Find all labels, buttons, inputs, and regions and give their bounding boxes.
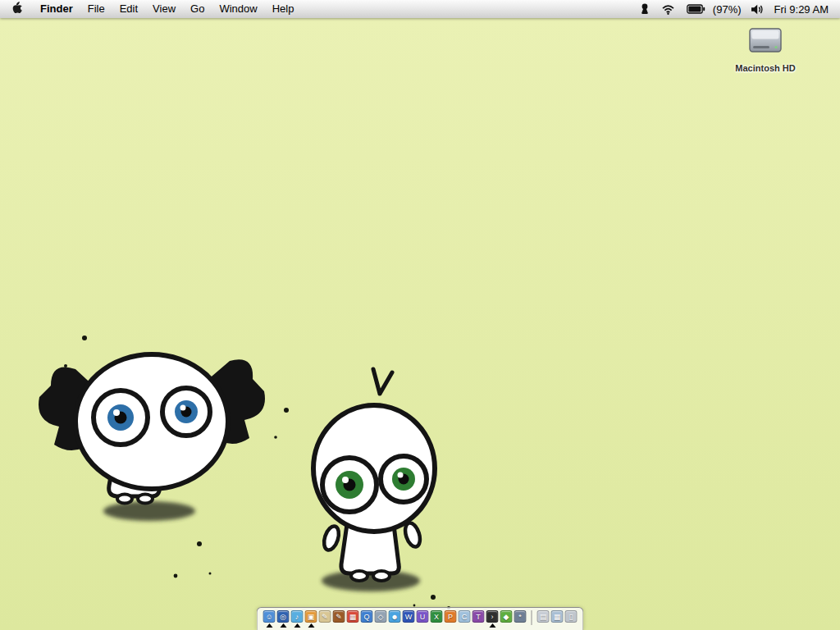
powerpoint-icon: P bbox=[445, 610, 457, 623]
boy-character bbox=[313, 369, 435, 591]
word-icon: W bbox=[403, 610, 415, 623]
picture-file-icon: ▦ bbox=[551, 610, 564, 623]
dock-item-tools[interactable]: T bbox=[472, 610, 485, 628]
dock-apps-section: ☺◎♪▣✎✎▦Q◇☻WUXPCT›◆* bbox=[262, 610, 527, 628]
wallpaper-characters bbox=[0, 18, 840, 630]
girl-character bbox=[39, 354, 265, 521]
excel-icon: X bbox=[431, 610, 443, 623]
dock-item-music[interactable]: ♪ bbox=[291, 610, 304, 628]
dock-item-quicktime[interactable]: Q bbox=[361, 610, 373, 628]
menu-window[interactable]: Window bbox=[212, 0, 264, 18]
document-file-icon: ▤ bbox=[537, 610, 550, 623]
dock: ☺◎♪▣✎✎▦Q◇☻WUXPCT›◆* ▤▦▯ bbox=[257, 607, 584, 630]
menu-help[interactable]: Help bbox=[265, 0, 302, 18]
macintosh-hd-icon[interactable]: Macintosh HD bbox=[720, 25, 810, 73]
photos-icon: ▣ bbox=[305, 610, 317, 623]
dock-item-chat[interactable]: ☻ bbox=[389, 610, 401, 628]
dock-item-picture-file[interactable]: ▦ bbox=[551, 610, 564, 628]
contacts-icon: C bbox=[459, 610, 471, 623]
dock-item-settings[interactable]: * bbox=[514, 610, 527, 628]
apple-icon bbox=[11, 2, 23, 17]
menu-view[interactable]: View bbox=[145, 0, 183, 18]
dock-item-powerpoint[interactable]: P bbox=[445, 610, 457, 628]
battery-icon[interactable] bbox=[681, 0, 711, 18]
menu-edit[interactable]: Edit bbox=[112, 0, 145, 18]
volume-icon[interactable] bbox=[745, 0, 769, 18]
running-indicator bbox=[489, 623, 495, 628]
dock-item-sharing[interactable]: ◆ bbox=[500, 610, 513, 628]
mac-desktop-screen: FinderFileEditViewGoWindowHelp bbox=[0, 0, 840, 630]
menu-finder[interactable]: Finder bbox=[33, 0, 80, 18]
web-browser-icon: ◎ bbox=[277, 610, 290, 623]
menu-clock[interactable]: Fri 9:29 AM bbox=[769, 3, 830, 16]
dock-item-utility[interactable]: U bbox=[417, 610, 429, 628]
utility-icon: U bbox=[417, 610, 429, 623]
running-indicator bbox=[308, 623, 314, 628]
running-indicator bbox=[294, 623, 300, 628]
menu-list: FinderFileEditViewGoWindowHelp bbox=[33, 0, 301, 18]
dock-divider bbox=[532, 610, 532, 625]
tools-icon: T bbox=[472, 610, 485, 623]
dock-item-word[interactable]: W bbox=[403, 610, 415, 628]
settings-icon: * bbox=[514, 610, 527, 623]
running-indicator bbox=[280, 623, 286, 628]
menu-file[interactable]: File bbox=[80, 0, 112, 18]
wifi-icon[interactable] bbox=[655, 0, 681, 18]
sharing-icon: ◆ bbox=[500, 610, 513, 623]
dock-item-finder[interactable]: ☺ bbox=[263, 610, 276, 628]
dock-item-sketch[interactable]: ✎ bbox=[319, 610, 331, 628]
desktop-background: Macintosh HD ☺◎♪▣✎✎▦Q◇☻WUXPCT›◆* ▤▦▯ bbox=[0, 18, 840, 630]
trash-icon: ▯ bbox=[565, 610, 578, 623]
pawn-status-icon[interactable] bbox=[634, 0, 655, 18]
menu-go[interactable]: Go bbox=[183, 0, 212, 18]
dock-documents-section: ▤▦▯ bbox=[536, 610, 578, 628]
dock-item-trash[interactable]: ▯ bbox=[565, 610, 578, 628]
terminal-icon: › bbox=[486, 610, 499, 623]
quicktime-icon: Q bbox=[361, 610, 373, 623]
hd-icon-label: Macintosh HD bbox=[735, 63, 795, 73]
splatter-dots bbox=[64, 336, 450, 609]
menu-bar: FinderFileEditViewGoWindowHelp bbox=[0, 0, 840, 18]
battery-percentage: (97%) bbox=[711, 3, 745, 16]
music-icon: ♪ bbox=[291, 610, 304, 623]
hard-drive-icon bbox=[746, 25, 784, 61]
menu-status-area: (97%) Fri 9:29 AM bbox=[634, 0, 840, 18]
sketch-icon: ✎ bbox=[319, 610, 331, 623]
dock-item-draw[interactable]: ✎ bbox=[333, 610, 345, 628]
dock-item-web-browser[interactable]: ◎ bbox=[277, 610, 290, 628]
dock-item-photos[interactable]: ▣ bbox=[305, 610, 317, 628]
dock-item-excel[interactable]: X bbox=[431, 610, 443, 628]
preview-icon: ◇ bbox=[375, 610, 387, 623]
dock-item-terminal[interactable]: › bbox=[486, 610, 499, 628]
dock-item-document-file[interactable]: ▤ bbox=[537, 610, 550, 628]
draw-icon: ✎ bbox=[333, 610, 345, 623]
running-indicator bbox=[266, 623, 272, 628]
dock-item-contacts[interactable]: C bbox=[459, 610, 471, 628]
finder-icon: ☺ bbox=[263, 610, 276, 623]
apple-menu[interactable] bbox=[0, 0, 33, 18]
dock-item-calendar[interactable]: ▦ bbox=[347, 610, 359, 628]
dock-item-preview[interactable]: ◇ bbox=[375, 610, 387, 628]
chat-icon: ☻ bbox=[389, 610, 401, 623]
calendar-icon: ▦ bbox=[347, 610, 359, 623]
